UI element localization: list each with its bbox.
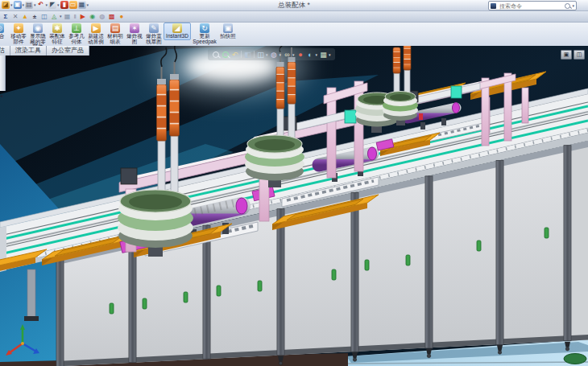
ribbon-label: 爆炸直线草图 xyxy=(145,34,163,44)
ribbon-label: 移动零部件 xyxy=(10,34,27,44)
hide-show-items-icon[interactable]: ∞ xyxy=(284,51,291,59)
display-style-icon[interactable]: ◍ xyxy=(271,51,278,59)
hide-show-items-caret[interactable]: ▾ xyxy=(292,52,295,57)
view-settings-caret[interactable]: ▾ xyxy=(329,52,331,57)
ribbon-button-exploded-view[interactable]: ✶ 爆炸视图 xyxy=(125,23,144,44)
view-settings-icon[interactable]: ▦ xyxy=(320,51,327,59)
toolbar-separator: ‖ xyxy=(74,13,77,20)
ribbon-label: 新建运动算例 xyxy=(87,34,105,44)
search-caret[interactable]: ▾ xyxy=(572,3,574,8)
ribbon-label: 更新 Speedpak xyxy=(192,34,217,44)
y-axis-arrow xyxy=(20,324,25,330)
section-properties-icon[interactable]: ◫ xyxy=(40,12,48,20)
move-component-icon: ✦ xyxy=(14,23,23,33)
appearance-ball-icon[interactable]: ● xyxy=(118,12,126,20)
ribbon-button-bill-of-materials[interactable]: ▤ 材料明细表 xyxy=(106,23,125,44)
green-foot xyxy=(564,354,586,364)
section-view-icon[interactable]: ◧ xyxy=(244,51,251,59)
zoom-fit-icon[interactable] xyxy=(212,51,219,58)
ribbon-button-update-speedpak[interactable]: ↻ 更新 Speedpak xyxy=(191,23,218,44)
ribbon-label: 装配体特征 xyxy=(48,34,66,44)
dimension-icon[interactable]: ± xyxy=(31,12,39,20)
photoview-preview-icon[interactable]: ▶ xyxy=(79,12,87,20)
ribbon-label: 拍快照 xyxy=(220,34,236,39)
panel-collapse-arrow-icon[interactable]: ◂ xyxy=(0,93,2,98)
exploded-view-icon: ✶ xyxy=(130,23,139,33)
edit-appearance-icon[interactable]: ● xyxy=(297,51,304,59)
ribbon-button-mate[interactable]: ◎ 配合 xyxy=(0,23,9,39)
update-speedpak-icon: ↻ xyxy=(200,23,209,33)
tools-caret[interactable]: ▾ xyxy=(60,14,62,19)
curvature-icon[interactable]: ▦ xyxy=(64,12,72,20)
reference-geometry-icon: ⊥ xyxy=(72,23,81,33)
explode-line-sketch-icon: ✎ xyxy=(149,23,159,33)
tab-render-tools[interactable]: 渲染工具 xyxy=(10,46,47,56)
search-input[interactable] xyxy=(498,2,563,10)
render-icon[interactable]: ◉ xyxy=(89,12,97,20)
hud-separator xyxy=(254,51,255,58)
render-options-icon[interactable]: ◍ xyxy=(98,12,106,20)
cabinet-door xyxy=(64,245,129,364)
ribbon-button-take-snapshot[interactable]: ▣ 拍快照 xyxy=(218,23,238,39)
assembly-features-icon: ✱ xyxy=(52,23,62,33)
ribbon-button-explode-line-sketch[interactable]: ✎ 爆炸直线草图 xyxy=(144,23,164,44)
3d-model-view[interactable] xyxy=(0,46,588,366)
view-orientation-caret[interactable]: ▾ xyxy=(266,52,268,57)
deck-leg xyxy=(27,269,35,318)
graphics-viewport[interactable]: 评估 渲染工具 办公室产品 ◂ ↶ ◧ ◫▾ ◍▾ ∞▾ ● ◐▾ ▦▾ ▣ ◫ xyxy=(0,46,588,366)
interference-detection-icon[interactable]: ▲ xyxy=(21,12,29,20)
heads-up-view-toolbar: ↶ ◧ ◫▾ ◍▾ ∞▾ ● ◐▾ ▦▾ xyxy=(208,48,335,60)
scene-icon[interactable]: ▩ xyxy=(108,12,116,20)
display-style-caret[interactable]: ▾ xyxy=(280,52,282,57)
ribbon-label: Instant3D xyxy=(166,34,188,39)
title-bar: ◪▾ ▣▾ ▤▾ ↶▾ ◤▾ ▮ ▭ ▦▾ 总装配体 * ▾ xyxy=(0,0,588,11)
ribbon-label: 参考几何体 xyxy=(68,34,85,44)
mate-icon: ◎ xyxy=(0,23,4,33)
new-motion-study-icon: ▶ xyxy=(91,23,101,33)
take-snapshot-icon: ▣ xyxy=(223,23,233,33)
previous-view-icon[interactable]: ↶ xyxy=(231,51,238,59)
show-hidden-components-icon: ◉ xyxy=(33,23,43,33)
search-app-icon xyxy=(491,3,496,9)
cabinet-door xyxy=(433,163,496,347)
featuremanager-collapsed-strip[interactable] xyxy=(0,56,6,91)
ribbon-label: 材料明细表 xyxy=(106,34,124,44)
measure-icon[interactable]: ✕ xyxy=(11,12,19,20)
instant3d-icon: ◢ xyxy=(172,23,182,33)
appearance-tree-icon[interactable]: ◬ xyxy=(50,12,58,20)
command-manager-ribbon: ◎ 配合 ✦ 移动零部件 ▾ ◉ 显示隐藏的零部件 ▾ ✱ 装配体特征 ▾ ⊥ … xyxy=(0,23,588,47)
cyan-slider xyxy=(345,110,356,123)
tab-evaluate[interactable]: 评估 xyxy=(0,46,10,56)
apply-scene-icon[interactable]: ◐ xyxy=(307,51,314,59)
orientation-triad xyxy=(3,323,42,361)
apply-scene-caret[interactable]: ▾ xyxy=(316,52,318,57)
view-orientation-icon[interactable]: ◫ xyxy=(257,51,264,59)
tab-office-products[interactable]: 办公室产品 xyxy=(47,46,89,56)
tools-toolbar: Σ ✕ ▲ ± ◫ ◬ ▾ ▦ ‖ ▶ ◉ ◍ ▩ ● xyxy=(0,11,588,23)
bill-of-materials-icon: ▤ xyxy=(110,23,120,33)
equations-icon[interactable]: Σ xyxy=(2,12,10,20)
search-icon[interactable] xyxy=(565,3,570,9)
search-box[interactable]: ▾ xyxy=(488,1,577,10)
command-manager-tabs: 评估 渲染工具 办公室产品 xyxy=(0,46,89,56)
ribbon-label: 爆炸视图 xyxy=(126,34,143,44)
ribbon-button-instant3d[interactable]: ◢ Instant3D xyxy=(164,23,191,40)
window-restore-icon[interactable]: ▣ xyxy=(561,50,572,60)
document-window-buttons: ▣ ◫ xyxy=(561,50,585,60)
cyan-slider xyxy=(451,86,462,98)
hud-separator xyxy=(241,51,242,58)
zoom-area-icon[interactable] xyxy=(222,51,229,58)
window-panes-icon[interactable]: ◫ xyxy=(574,50,585,60)
ribbon-button-new-motion-study[interactable]: ▶ 新建运动算例 xyxy=(86,23,106,44)
ribbon-label: 配合 xyxy=(0,34,5,39)
red-gripper xyxy=(419,113,423,120)
cabinet-door xyxy=(503,149,564,343)
